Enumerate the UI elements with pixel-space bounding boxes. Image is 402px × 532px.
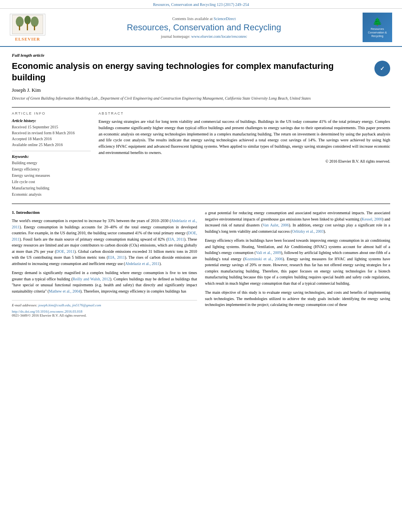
- svg-rect-4: [19, 26, 20, 30]
- intro-section-title: 1. Introduction: [12, 210, 197, 215]
- ref-kessel[interactable]: Kessel, 2000: [362, 217, 382, 221]
- left-column: 1. Introduction The world's energy consu…: [12, 210, 197, 317]
- received-date: Received 15 September 2015: [12, 124, 91, 130]
- ref-eia-2011a[interactable]: EIA, 2011: [168, 237, 184, 241]
- section-name: Introduction: [16, 210, 40, 215]
- keyword-3: Energy saving measures: [12, 172, 91, 179]
- journal-info-bar: Resources, Conservation and Recycling 12…: [0, 0, 402, 9]
- ref-orlitzky[interactable]: Orlitzky et al., 2003: [292, 229, 324, 234]
- elsevier-graphic: [10, 14, 45, 35]
- ref-kozminski[interactable]: Kozminski et al., 2006: [245, 257, 283, 261]
- right-para-3: The main objective of this study is to e…: [205, 289, 390, 308]
- svg-rect-6: [34, 26, 35, 30]
- footnote-section: E-mail addresses: joseph.kim@csulb.edu, …: [12, 300, 197, 317]
- ref-doe-2011b[interactable]: DOE, 2011: [56, 249, 74, 254]
- ref-mathew[interactable]: Mathew et al., 2004: [49, 289, 80, 293]
- svg-point-1: [16, 17, 24, 27]
- right-column: a great potential for reducing energy co…: [205, 210, 390, 317]
- article-content: Full length article Economic analysis on…: [0, 47, 402, 325]
- article-info-heading: ARTICLE INFO: [12, 111, 91, 115]
- two-column-layout: 1. Introduction The world's energy consu…: [12, 210, 390, 317]
- rc-logo-text: ResourcesConservation &Recycling: [368, 27, 387, 38]
- page-wrapper: Resources, Conservation and Recycling 12…: [0, 0, 402, 325]
- info-divider: [12, 151, 91, 151]
- ref-eia-2011b[interactable]: EIA, 2011: [108, 255, 125, 260]
- author-name: Joseph J. Kim: [12, 87, 390, 93]
- ref-reilly-walsh[interactable]: Reilly and Walsh, 2012: [73, 277, 110, 281]
- keyword-5: Manufacturing building: [12, 185, 91, 191]
- ref-van-aalst[interactable]: Van Aalst, 2006: [262, 223, 288, 227]
- ref-abdelaziz-2011[interactable]: Abdelaziz et al., 2011: [12, 219, 197, 229]
- keyword-1: Building energy: [12, 160, 91, 166]
- crossmark-icon: ✓: [380, 65, 385, 72]
- sciencedirect-link[interactable]: ScienceDirect: [214, 17, 236, 21]
- main-divider: [12, 204, 390, 204]
- article-title-row: Economic analysis on energy saving techn…: [12, 61, 390, 83]
- email-link[interactable]: joseph.kim@csulb.edu, jin5176@gmail.com: [38, 303, 101, 307]
- homepage-line: journal homepage: www.elsevier.com/locat…: [51, 34, 357, 39]
- abstract-heading: ABSTRACT: [99, 111, 390, 115]
- accepted-date: Accepted 18 March 2016: [12, 136, 91, 142]
- article-title: Economic analysis on energy saving techn…: [12, 61, 374, 83]
- svg-rect-5: [27, 23, 28, 30]
- revised-date: Received in revised form 8 March 2016: [12, 130, 91, 136]
- history-heading: Article history:: [12, 119, 91, 123]
- svg-point-2: [24, 16, 31, 24]
- elsevier-logo-block: ELSEVIER: [8, 14, 47, 41]
- keyword-6: Economic analysis: [12, 191, 91, 198]
- homepage-link[interactable]: www.elsevier.com/locate/resconrec: [191, 34, 247, 39]
- ref-abdelaziz-2011b[interactable]: Abdelaziz et al., 2011: [125, 261, 159, 266]
- article-info: ARTICLE INFO Article history: Received 1…: [12, 111, 91, 198]
- svg-point-3: [31, 17, 39, 27]
- rc-logo-block: 🌲 ResourcesConservation &Recycling: [361, 13, 394, 42]
- author-affiliation: Director of Green Building Information M…: [12, 96, 390, 101]
- crossmark-badge: ✓: [374, 61, 390, 76]
- journal-title: Resources, Conservation and Recycling: [51, 22, 357, 33]
- section-number: 1.: [12, 210, 16, 215]
- intro-para-2: Energy demand is significantly magnified…: [12, 270, 197, 294]
- rc-tree-icon: 🌲: [372, 17, 382, 26]
- journal-citation: Resources, Conservation and Recycling 12…: [153, 2, 249, 7]
- keyword-4: Life cycle cost: [12, 179, 91, 185]
- contents-line: Contents lists available at ScienceDirec…: [51, 17, 357, 21]
- abstract-text: Energy saving strategies are vital for l…: [99, 119, 390, 156]
- rc-logo: 🌲 ResourcesConservation &Recycling: [363, 13, 392, 42]
- abstract-copyright: © 2016 Elsevier B.V. All rights reserved…: [99, 159, 390, 163]
- right-para-2: Energy efficiency efforts in buildings h…: [205, 237, 390, 286]
- footer-copyright: 0921-3449/© 2016 Elsevier B.V. All right…: [12, 313, 197, 317]
- elsevier-label: ELSEVIER: [15, 37, 40, 41]
- article-info-abstract-section: ARTICLE INFO Article history: Received 1…: [12, 107, 390, 198]
- keywords-heading: Keywords:: [12, 154, 91, 159]
- intro-para-1: The world's energy consumption is expect…: [12, 218, 197, 267]
- journal-center: Contents lists available at ScienceDirec…: [51, 17, 357, 39]
- email-footnote: E-mail addresses: joseph.kim@csulb.edu, …: [12, 303, 197, 308]
- abstract-section: ABSTRACT Energy saving strategies are vi…: [99, 111, 390, 198]
- available-date: Available online 25 March 2016: [12, 142, 91, 148]
- keyword-2: Energy efficiency: [12, 166, 91, 172]
- article-type: Full length article: [12, 53, 390, 57]
- keywords-list: Building energy Energy efficiency Energy…: [12, 160, 91, 198]
- journal-header: ELSEVIER Contents lists available at Sci…: [0, 9, 402, 47]
- right-para-1: a great potential for reducing energy co…: [205, 210, 390, 234]
- ref-vali[interactable]: Vali et al., 2009: [256, 250, 281, 255]
- doi-line[interactable]: http://dx.doi.org/10.1016/j.resconrec.20…: [12, 310, 197, 313]
